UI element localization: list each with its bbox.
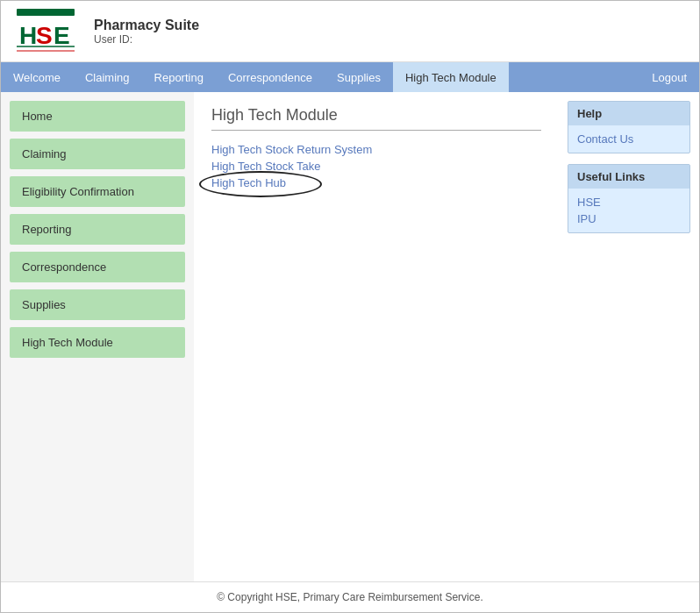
- sidebar-item-supplies[interactable]: Supplies: [10, 289, 185, 320]
- nav-logout[interactable]: Logout: [639, 62, 699, 92]
- app-title: Pharmacy Suite: [94, 18, 199, 33]
- sidebar: Home Claiming Eligibility Confirmation R…: [1, 92, 194, 581]
- sidebar-item-high-tech-module[interactable]: High Tech Module: [10, 327, 185, 358]
- footer: © Copyright HSE, Primary Care Reimbursem…: [1, 581, 699, 612]
- useful-links-title: Useful Links: [568, 165, 689, 189]
- nav-supplies[interactable]: Supplies: [325, 62, 393, 92]
- help-box: Help Contact Us: [568, 101, 690, 153]
- header: H S E Pharmacy Suite User ID:: [1, 1, 699, 62]
- menu-links: High Tech Stock Return System High Tech …: [211, 143, 541, 189]
- sidebar-item-claiming[interactable]: Claiming: [10, 139, 185, 169]
- page-title: High Tech Module: [211, 106, 541, 131]
- link-stock-return[interactable]: High Tech Stock Return System: [211, 143, 541, 156]
- nav-reporting[interactable]: Reporting: [142, 62, 216, 92]
- nav-correspondence[interactable]: Correspondence: [216, 62, 325, 92]
- sidebar-item-home[interactable]: Home: [10, 101, 185, 132]
- nav-welcome[interactable]: Welcome: [1, 62, 73, 92]
- sidebar-item-reporting[interactable]: Reporting: [10, 214, 185, 245]
- header-title-area: Pharmacy Suite User ID:: [94, 18, 199, 46]
- link-stock-take[interactable]: High Tech Stock Take: [211, 160, 541, 173]
- help-box-content: Contact Us: [568, 125, 689, 153]
- footer-text: © Copyright HSE, Primary Care Reimbursem…: [217, 591, 483, 603]
- useful-links-content: HSE IPU: [568, 189, 689, 232]
- svg-text:H: H: [19, 22, 37, 49]
- sidebar-item-eligibility[interactable]: Eligibility Confirmation: [10, 176, 185, 207]
- useful-link-ipu[interactable]: IPU: [577, 212, 681, 225]
- link-high-tech-hub[interactable]: High Tech Hub: [211, 176, 286, 189]
- user-id-label: User ID:: [94, 33, 199, 46]
- content-area: Home Claiming Eligibility Confirmation R…: [1, 92, 699, 581]
- main-content: High Tech Module High Tech Stock Return …: [194, 92, 559, 581]
- nav-high-tech-module[interactable]: High Tech Module: [393, 62, 509, 92]
- logo: H S E: [15, 7, 76, 55]
- svg-text:E: E: [54, 22, 70, 49]
- useful-link-hse[interactable]: HSE: [577, 196, 681, 209]
- svg-rect-1: [17, 9, 75, 16]
- navbar: Welcome Claiming Reporting Correspondenc…: [1, 62, 699, 92]
- svg-text:S: S: [36, 22, 53, 49]
- useful-links-box: Useful Links HSE IPU: [568, 164, 690, 233]
- link-hub-wrapper: High Tech Hub: [211, 176, 541, 189]
- nav-claiming[interactable]: Claiming: [73, 62, 142, 92]
- help-box-title: Help: [568, 102, 689, 125]
- right-panel: Help Contact Us Useful Links HSE IPU: [559, 92, 699, 581]
- help-contact-us[interactable]: Contact Us: [577, 132, 681, 146]
- sidebar-item-correspondence[interactable]: Correspondence: [10, 252, 185, 282]
